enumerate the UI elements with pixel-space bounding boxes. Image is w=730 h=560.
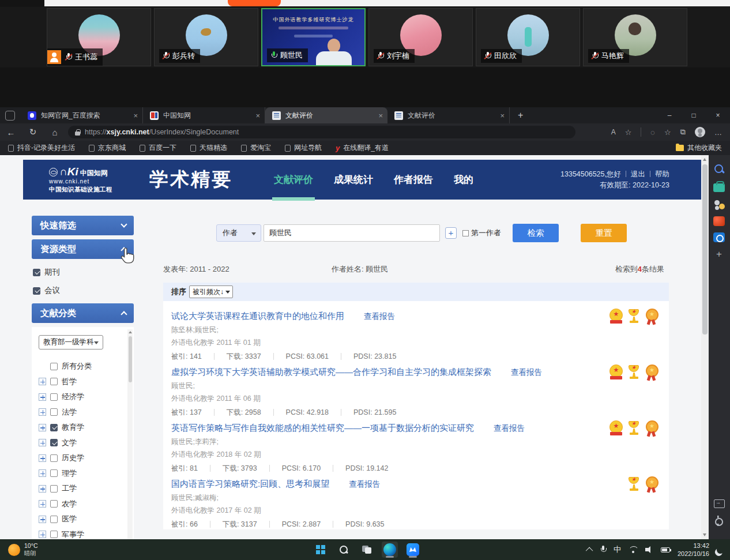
- scroll-down-arrow[interactable]: [703, 533, 706, 536]
- category-checkbox[interactable]: [50, 531, 58, 538]
- wifi-icon[interactable]: [629, 546, 638, 553]
- collections-icon[interactable]: ⧉: [680, 127, 686, 137]
- tab-close-icon[interactable]: ×: [500, 111, 505, 120]
- category-checkbox[interactable]: [50, 363, 58, 370]
- tray-mic-icon[interactable]: [600, 546, 606, 554]
- participant-tile[interactable]: 刘宇楠: [368, 8, 473, 66]
- tab-close-icon[interactable]: ×: [378, 111, 383, 120]
- tray-expand-icon[interactable]: [586, 547, 593, 554]
- tab-document-eval[interactable]: 文献评价 ×: [387, 107, 510, 123]
- expand-icon[interactable]: [39, 469, 46, 477]
- page-scrollbar[interactable]: [701, 155, 709, 539]
- view-report-link[interactable]: 查看报告: [511, 368, 542, 377]
- category-checkbox[interactable]: [50, 424, 58, 431]
- start-button[interactable]: [313, 542, 329, 558]
- tab-document-eval-active[interactable]: 文献评价 ×: [265, 107, 387, 123]
- category-checkbox[interactable]: [50, 408, 58, 416]
- refresh-button[interactable]: ↻: [22, 127, 44, 137]
- sidebar-settings-gear-icon[interactable]: [713, 516, 725, 528]
- clock[interactable]: 13:422022/10/16: [678, 542, 709, 558]
- search-button[interactable]: 检索: [513, 224, 559, 242]
- expand-icon[interactable]: [39, 485, 46, 493]
- sort-select[interactable]: 被引频次↓: [189, 285, 233, 298]
- discipline-select[interactable]: 教育部一级学科: [39, 335, 103, 349]
- tab-actions-button[interactable]: [5, 111, 15, 121]
- expand-icon[interactable]: [39, 393, 46, 401]
- first-author-option[interactable]: 第一作者: [462, 228, 501, 238]
- category-scrollbar[interactable]: [127, 329, 133, 539]
- sidebar-panel-icon[interactable]: [713, 498, 725, 509]
- ime-indicator[interactable]: 中: [614, 544, 621, 555]
- sidebar-outlook-icon[interactable]: [713, 232, 725, 242]
- bookmark-jd[interactable]: 京东商城: [89, 143, 126, 153]
- category-checkbox[interactable]: [50, 439, 58, 446]
- result-title-link[interactable]: 试论大学英语课程在通识教育中的地位和作用: [171, 311, 344, 321]
- logout-link[interactable]: 退出: [631, 170, 645, 178]
- battery-icon[interactable]: [661, 547, 670, 553]
- sidebar-rewards-icon[interactable]: [713, 199, 725, 211]
- sidebar-search-icon[interactable]: [713, 163, 725, 175]
- more-menu-icon[interactable]: …: [714, 128, 722, 137]
- expand-icon[interactable]: [39, 378, 46, 385]
- bookmark-nav[interactable]: 网址导航: [285, 143, 322, 153]
- first-author-checkbox[interactable]: [462, 230, 469, 236]
- nav-document-evaluation[interactable]: 文献评价: [274, 160, 313, 200]
- tab-cnki-home[interactable]: 中国知网 ×: [143, 107, 265, 123]
- cnki-logo[interactable]: ∩Ki中国知网 www.cnki.net 中国知识基础设施工程: [49, 166, 140, 194]
- edge-taskbar-button[interactable]: [382, 542, 398, 558]
- category-checkbox[interactable]: [50, 500, 58, 508]
- bookmark-youdao[interactable]: y在线翻译_有道: [336, 143, 389, 153]
- maximize-button[interactable]: □: [682, 107, 706, 123]
- view-report-link[interactable]: 查看报告: [494, 424, 525, 433]
- minimize-button[interactable]: –: [657, 107, 682, 123]
- result-title-link[interactable]: 虚拟学习环境下大学英语辅助教学模式研究——合作学习和自主学习的集成框架探索: [171, 367, 491, 377]
- sidebar-add-icon[interactable]: +: [713, 249, 725, 260]
- category-checkbox[interactable]: [50, 485, 58, 493]
- meeting-app-button[interactable]: [405, 542, 421, 558]
- category-checkbox[interactable]: [50, 454, 58, 462]
- home-button[interactable]: ⌂: [44, 127, 66, 137]
- profile-avatar-icon[interactable]: [695, 127, 705, 137]
- https-lock-icon[interactable]: [75, 129, 80, 136]
- expand-icon[interactable]: [39, 424, 46, 431]
- conference-checkbox[interactable]: [33, 287, 40, 295]
- expand-icon[interactable]: [39, 500, 46, 508]
- category-checkbox[interactable]: [50, 393, 58, 401]
- back-button[interactable]: ←: [0, 127, 22, 137]
- other-favorites-folder[interactable]: 其他收藏夹: [676, 143, 722, 153]
- section-quick-filter[interactable]: 快速筛选: [32, 216, 134, 235]
- volume-icon[interactable]: [645, 546, 653, 553]
- view-report-link[interactable]: 查看报告: [349, 480, 380, 488]
- participant-tile[interactable]: 王书蕊: [47, 8, 151, 66]
- category-checkbox[interactable]: [50, 516, 58, 523]
- category-checkbox[interactable]: [50, 378, 58, 385]
- focus-assist-moon-icon[interactable]: [716, 545, 725, 554]
- tab-close-icon[interactable]: ×: [255, 111, 260, 120]
- section-resource-type[interactable]: 资源类型: [32, 239, 134, 259]
- expand-icon[interactable]: [39, 439, 46, 446]
- favorites-bar-icon[interactable]: ☆: [664, 128, 671, 137]
- participant-tile[interactable]: 马艳辉: [583, 8, 687, 66]
- view-report-link[interactable]: 查看报告: [364, 312, 395, 321]
- participant-tile-active-speaker[interactable]: 中国外语教学多维研究博士沙龙 顾世民: [261, 8, 366, 66]
- section-classification[interactable]: 文献分类: [32, 303, 134, 323]
- bookmark-douyin[interactable]: 抖音-记录美好生活: [8, 143, 75, 153]
- read-aloud-icon[interactable]: A: [611, 128, 616, 136]
- result-title-link[interactable]: 英语写作策略与写作自我效能感的相关性研究——一项基于数据分析的实证研究: [171, 423, 474, 433]
- taskbar-search-button[interactable]: [336, 542, 352, 558]
- category-checkbox[interactable]: [50, 469, 58, 477]
- result-title-link[interactable]: 国内语言学习策略研究:回顾、思考和展望: [171, 479, 329, 488]
- search-field-select[interactable]: 作者: [216, 224, 261, 242]
- expand-icon[interactable]: [39, 516, 46, 523]
- nav-achievement-stats[interactable]: 成果统计: [334, 160, 373, 200]
- add-condition-button[interactable]: +: [445, 227, 457, 239]
- tab-close-icon[interactable]: ×: [133, 111, 138, 120]
- tab-baidu-search[interactable]: 知网官网_百度搜索 ×: [21, 107, 143, 123]
- help-link[interactable]: 帮助: [655, 170, 669, 178]
- bookmark-tmall[interactable]: 天猫精选: [190, 143, 227, 153]
- expand-icon[interactable]: [39, 454, 46, 462]
- journal-checkbox[interactable]: [33, 269, 40, 276]
- bookmark-taobao[interactable]: 爱淘宝: [241, 143, 271, 153]
- sidebar-office-icon[interactable]: [713, 216, 725, 226]
- nav-author-report[interactable]: 作者报告: [394, 160, 433, 200]
